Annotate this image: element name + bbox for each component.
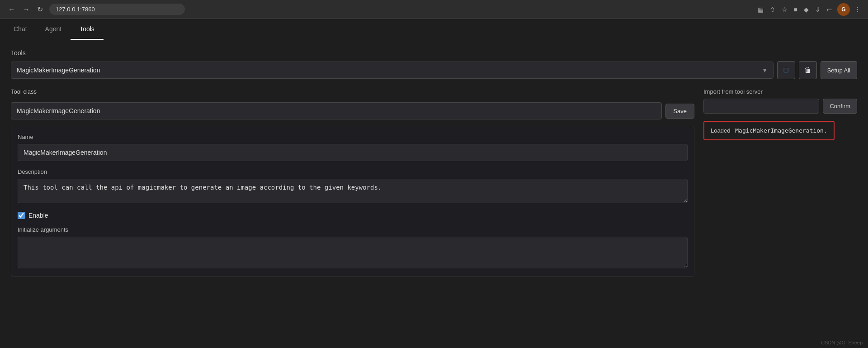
name-field-group: Name [18,133,688,161]
app-tabs: Chat Agent Tools [0,19,868,40]
loaded-status-box: Loaded MagicMakerImageGeneration. [703,121,835,140]
tool-class-row: Tool class [11,88,694,95]
address-bar[interactable] [49,4,185,15]
browser-actions: ▦ ⇧ ☆ ■ ◆ ⇓ ▭ G ⋮ [756,3,863,16]
share-icon[interactable]: ⇧ [768,4,777,15]
setup-all-button[interactable]: Setup All [821,61,857,79]
tab-tools[interactable]: Tools [71,19,104,40]
description-field-label: Description [18,168,688,175]
tools-dropdown-row: MagicMakerImageGeneration ▼ □ 🗑 Setup Al… [11,61,857,79]
name-field-label: Name [18,133,688,140]
footer: CSDN @G_Sheep [821,340,863,345]
delete-icon: 🗑 [804,66,811,74]
init-args-field-group: Initialize arguments [18,226,688,270]
refresh-icon: □ [784,66,788,74]
tab-agent[interactable]: Agent [36,19,71,40]
extension2-icon[interactable]: ◆ [802,4,811,15]
left-column: Tool class Save Name Description This to… [11,88,694,276]
refresh-tool-button[interactable]: □ [777,61,795,79]
description-textarea[interactable]: This tool can call the api of magicmaker… [18,179,688,203]
init-args-label: Initialize arguments [18,226,688,233]
import-row: Confirm [703,99,857,114]
import-section: Import from tool server Confirm [703,88,857,114]
tool-select-wrapper: MagicMakerImageGeneration ▼ [11,62,774,79]
enable-checkbox[interactable] [18,212,25,219]
save-button[interactable]: Save [665,104,694,119]
forward-button[interactable]: → [20,3,33,15]
tab-chat[interactable]: Chat [5,19,36,40]
profile-avatar[interactable]: G [837,3,850,16]
confirm-button[interactable]: Confirm [823,99,857,114]
download-icon[interactable]: ⇓ [813,4,822,15]
extension1-icon[interactable]: ■ [792,4,799,15]
description-field-group: Description This tool can call the api o… [18,168,688,205]
delete-tool-button[interactable]: 🗑 [799,61,817,79]
two-column-layout: Tool class Save Name Description This to… [11,88,857,276]
tool-class-input[interactable] [11,102,662,119]
loaded-value: MagicMakerImageGeneration. [735,127,827,134]
right-column: Import from tool server Confirm Loaded M… [703,88,857,276]
back-button[interactable]: ← [5,3,18,15]
tools-section-label: Tools [11,49,857,57]
import-input[interactable] [703,99,819,114]
nav-buttons: ← → ↻ [5,3,46,15]
loaded-label: Loaded [711,127,730,134]
tool-class-input-row: Save [11,102,694,119]
screen-capture-icon[interactable]: ▦ [756,4,765,15]
enable-label: Enable [28,212,48,219]
layout-icon[interactable]: ▭ [825,4,835,15]
tool-detail-card: Name Description This tool can call the … [11,127,694,276]
bookmark-icon[interactable]: ☆ [780,4,789,15]
menu-icon[interactable]: ⋮ [853,4,863,15]
name-input[interactable] [18,144,688,161]
main-content: Tools MagicMakerImageGeneration ▼ □ 🗑 Se… [0,40,868,348]
init-args-textarea[interactable] [18,237,688,268]
tool-select[interactable]: MagicMakerImageGeneration [11,62,774,79]
reload-button[interactable]: ↻ [34,3,46,15]
browser-chrome: ← → ↻ ▦ ⇧ ☆ ■ ◆ ⇓ ▭ G ⋮ [0,0,868,19]
import-label: Import from tool server [703,88,857,95]
tool-class-label: Tool class [11,88,37,95]
enable-row: Enable [18,212,688,219]
